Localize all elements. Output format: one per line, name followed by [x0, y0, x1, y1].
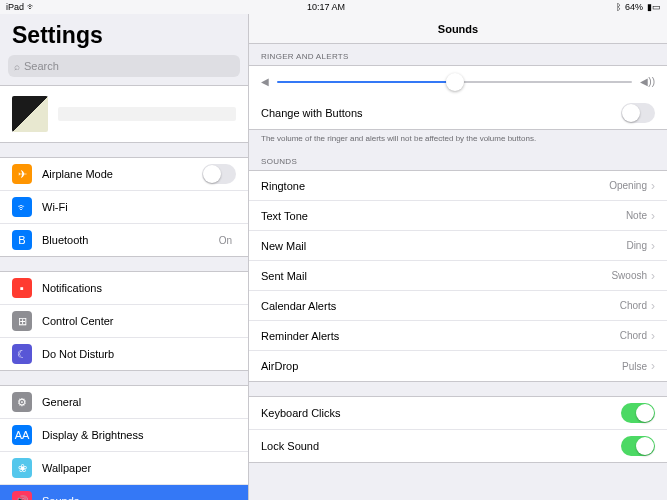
sidebar-item-label: Bluetooth: [42, 234, 219, 246]
row-label: New Mail: [261, 240, 626, 252]
toggle[interactable]: [621, 403, 655, 423]
setting-row-keyboard-clicks[interactable]: Keyboard Clicks: [249, 397, 667, 430]
sidebar-item-wifi[interactable]: ᯤWi-Fi: [0, 191, 248, 224]
chevron-right-icon: ›: [651, 269, 655, 283]
bluetooth-icon: B: [12, 230, 32, 250]
sidebar-item-airplane[interactable]: ✈Airplane Mode: [0, 158, 248, 191]
avatar: [12, 96, 48, 132]
sidebar-item-label: Do Not Disturb: [42, 348, 236, 360]
section-header: SOUNDS: [249, 149, 667, 170]
setting-row-change-with-buttons[interactable]: Change with Buttons: [249, 97, 667, 129]
bluetooth-icon: ᛒ: [616, 2, 621, 12]
status-time: 10:17 AM: [307, 2, 345, 12]
setting-row-text-tone[interactable]: Text ToneNote›: [249, 201, 667, 231]
settings-sidebar: Settings ⌕ Search ✈Airplane ModeᯤWi-FiBB…: [0, 14, 249, 500]
sidebar-item-display[interactable]: AADisplay & Brightness: [0, 419, 248, 452]
row-label: AirDrop: [261, 360, 622, 372]
sidebar-item-label: Control Center: [42, 315, 236, 327]
volume-high-icon: ◀)): [640, 76, 655, 87]
wifi-icon: ᯤ: [12, 197, 32, 217]
notifications-icon: ▪: [12, 278, 32, 298]
status-bar: iPad ᯤ 10:17 AM ᛒ 64% ▮▭: [0, 0, 667, 14]
section-footer: The volume of the ringer and alerts will…: [249, 130, 667, 149]
control-center-icon: ⊞: [12, 311, 32, 331]
row-value: Opening: [609, 180, 647, 191]
general-icon: ⚙: [12, 392, 32, 412]
section-header: RINGER AND ALERTS: [249, 44, 667, 65]
sidebar-item-label: General: [42, 396, 236, 408]
sidebar-item-wallpaper[interactable]: ❀Wallpaper: [0, 452, 248, 485]
sidebar-item-dnd[interactable]: ☾Do Not Disturb: [0, 338, 248, 370]
apple-id-profile[interactable]: [0, 85, 248, 143]
row-value: Note: [626, 210, 647, 221]
setting-row-lock-sound[interactable]: Lock Sound: [249, 430, 667, 462]
search-icon: ⌕: [14, 61, 20, 72]
row-value: On: [219, 235, 232, 246]
setting-row-airdrop[interactable]: AirDropPulse›: [249, 351, 667, 381]
row-label: Keyboard Clicks: [261, 407, 621, 419]
search-placeholder: Search: [24, 60, 59, 72]
chevron-right-icon: ›: [651, 179, 655, 193]
row-value: Swoosh: [611, 270, 647, 281]
sidebar-item-control-center[interactable]: ⊞Control Center: [0, 305, 248, 338]
sidebar-item-bluetooth[interactable]: BBluetoothOn: [0, 224, 248, 256]
device-label: iPad: [6, 2, 24, 12]
chevron-right-icon: ›: [651, 209, 655, 223]
sidebar-item-label: Airplane Mode: [42, 168, 202, 180]
setting-row-sent-mail[interactable]: Sent MailSwoosh›: [249, 261, 667, 291]
profile-name: [58, 107, 236, 121]
chevron-right-icon: ›: [651, 299, 655, 313]
volume-slider-row: ◀◀)): [249, 65, 667, 97]
wallpaper-icon: ❀: [12, 458, 32, 478]
chevron-right-icon: ›: [651, 359, 655, 373]
row-label: Calendar Alerts: [261, 300, 620, 312]
toggle[interactable]: [621, 436, 655, 456]
row-label: Change with Buttons: [261, 107, 621, 119]
airplane-icon: ✈: [12, 164, 32, 184]
page-title: Sounds: [249, 14, 667, 44]
wifi-icon: ᯤ: [27, 2, 36, 12]
row-value: Chord: [620, 300, 647, 311]
settings-title: Settings: [0, 14, 248, 55]
slider-thumb[interactable]: [446, 73, 464, 91]
volume-slider[interactable]: [277, 81, 632, 83]
battery-icon: ▮▭: [647, 2, 661, 12]
row-value: Ding: [626, 240, 647, 251]
battery-level: 64%: [625, 2, 643, 12]
sidebar-item-label: Wallpaper: [42, 462, 236, 474]
setting-row-calendar-alerts[interactable]: Calendar AlertsChord›: [249, 291, 667, 321]
detail-pane: Sounds RINGER AND ALERTS◀◀))Change with …: [249, 14, 667, 500]
row-label: Lock Sound: [261, 440, 621, 452]
search-input[interactable]: ⌕ Search: [8, 55, 240, 77]
dnd-icon: ☾: [12, 344, 32, 364]
row-label: Ringtone: [261, 180, 609, 192]
sidebar-item-notifications[interactable]: ▪Notifications: [0, 272, 248, 305]
setting-row-new-mail[interactable]: New MailDing›: [249, 231, 667, 261]
sounds-icon: 🔊: [12, 491, 32, 500]
row-label: Reminder Alerts: [261, 330, 620, 342]
sidebar-item-label: Wi-Fi: [42, 201, 232, 213]
toggle[interactable]: [621, 103, 655, 123]
sidebar-item-label: Notifications: [42, 282, 236, 294]
setting-row-ringtone[interactable]: RingtoneOpening›: [249, 171, 667, 201]
volume-low-icon: ◀: [261, 76, 269, 87]
sidebar-item-label: Sounds: [42, 495, 236, 500]
row-value: Pulse: [622, 361, 647, 372]
row-label: Sent Mail: [261, 270, 611, 282]
sidebar-item-sounds[interactable]: 🔊Sounds: [0, 485, 248, 500]
sidebar-item-general[interactable]: ⚙General: [0, 386, 248, 419]
chevron-right-icon: ›: [651, 239, 655, 253]
row-value: Chord: [620, 330, 647, 341]
sidebar-item-label: Display & Brightness: [42, 429, 236, 441]
display-icon: AA: [12, 425, 32, 445]
toggle[interactable]: [202, 164, 236, 184]
setting-row-reminder-alerts[interactable]: Reminder AlertsChord›: [249, 321, 667, 351]
row-label: Text Tone: [261, 210, 626, 222]
chevron-right-icon: ›: [651, 329, 655, 343]
